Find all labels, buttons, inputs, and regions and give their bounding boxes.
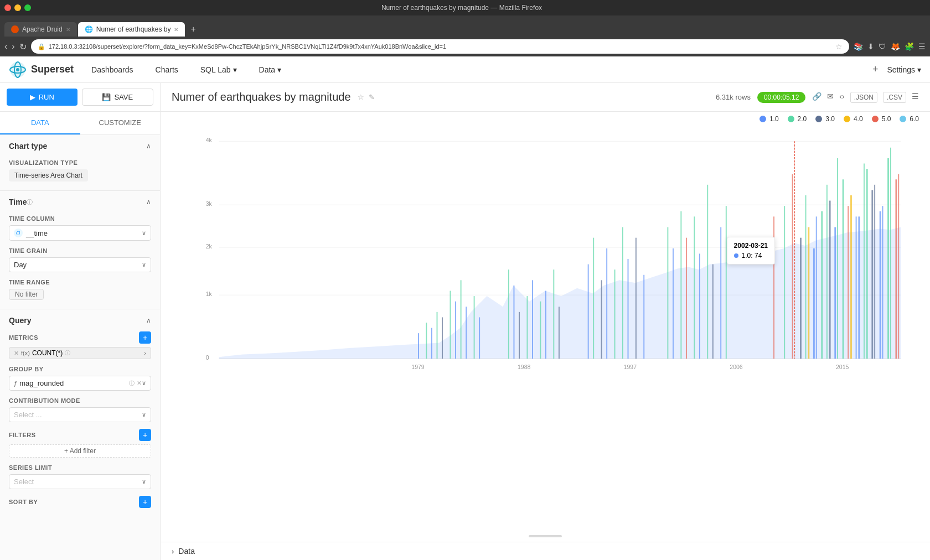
nav-charts[interactable]: Charts [151, 63, 183, 76]
nav-dashboards[interactable]: Dashboards [87, 63, 138, 76]
csv-download-icon[interactable]: .CSV [883, 92, 906, 103]
time-range-value[interactable]: No filter [9, 289, 44, 300]
code-icon[interactable]: ‹› [839, 92, 844, 103]
svg-rect-24 [474, 296, 475, 359]
svg-rect-25 [479, 317, 480, 359]
svg-rect-75 [850, 195, 852, 359]
nav-sqllab[interactable]: SQL Lab▾ [196, 63, 241, 76]
chart-title: Numer of earthquakes by magnitude [172, 91, 351, 103]
time-section-header[interactable]: Time ⓘ ∧ [9, 198, 151, 206]
viz-type-label: VISUALIZATION TYPE [9, 159, 151, 166]
svg-rect-18 [437, 312, 438, 359]
svg-rect-72 [829, 201, 831, 359]
svg-rect-31 [540, 302, 541, 359]
bookmark-icon[interactable]: ☆ [835, 42, 843, 51]
data-section[interactable]: › Data [161, 542, 930, 560]
tab-earthquakes[interactable]: 🌐 Numer of earthquakes by ✕ [78, 22, 185, 37]
metric-value: COUNT(*) [32, 349, 63, 357]
add-sort-button[interactable]: + [139, 496, 151, 508]
svg-rect-37 [601, 280, 602, 359]
svg-rect-70 [813, 248, 815, 359]
group-by-select[interactable]: ƒ mag_rounded ⓘ ✕ ∨ [9, 376, 151, 391]
legend-label-50: 5.0 [882, 115, 891, 123]
chart-type-section-header[interactable]: Chart type ∧ [9, 142, 151, 151]
extension2-icon[interactable]: 🧩 [905, 42, 914, 51]
metric-tag[interactable]: ✕ f(x) COUNT(*) ⓘ › [9, 347, 151, 359]
svg-rect-49 [699, 253, 700, 359]
add-filter-row[interactable]: + Add filter [9, 444, 151, 458]
extension1-icon[interactable]: 🦊 [891, 42, 900, 51]
rows-badge: 6.31k rows [716, 93, 751, 101]
save-icon: 💾 [102, 93, 111, 101]
forward-button[interactable]: › [12, 42, 14, 51]
settings-button[interactable]: Settings ▾ [887, 65, 921, 74]
download-icon[interactable]: ⬇ [867, 42, 874, 51]
more-options-icon[interactable]: ☰ [912, 92, 919, 103]
reload-button[interactable]: ↻ [19, 42, 27, 52]
tab-data[interactable]: DATA [0, 112, 80, 134]
metric-info-icon[interactable]: ⓘ [65, 349, 70, 357]
legend-item-50[interactable]: 5.0 [872, 115, 891, 123]
add-metric-button[interactable]: + [139, 331, 151, 344]
nav-data[interactable]: Data▾ [255, 63, 286, 76]
remove-group-icon[interactable]: ✕ [137, 380, 142, 387]
shield-icon[interactable]: 🛡 [879, 42, 886, 51]
time-info-icon[interactable]: ⓘ [27, 198, 33, 206]
mail-icon[interactable]: ✉ [827, 92, 834, 103]
tab-close-earthquakes[interactable]: ✕ [174, 27, 178, 33]
svg-rect-56 [792, 174, 793, 359]
add-tab-button[interactable]: + [186, 22, 200, 37]
time-column-label: TIME COLUMN [9, 215, 151, 222]
json-download-icon[interactable]: .JSON [850, 92, 877, 103]
tab-label-druid: Apache Druid [22, 25, 63, 33]
back-button[interactable]: ‹ [4, 42, 7, 51]
svg-rect-45 [673, 248, 674, 359]
tab-customize[interactable]: CUSTOMIZE [80, 112, 161, 134]
svg-rect-61 [848, 206, 849, 359]
svg-rect-55 [784, 206, 785, 359]
legend-item-20[interactable]: 2.0 [788, 115, 807, 123]
svg-text:2015: 2015 [836, 364, 849, 370]
menu-icon[interactable]: ☰ [918, 42, 926, 51]
run-button[interactable]: ▶ RUN [7, 89, 78, 106]
svg-rect-36 [593, 238, 594, 359]
tab-close-druid[interactable]: ✕ [66, 27, 70, 33]
query-section-header[interactable]: Query ∧ [9, 316, 151, 325]
time-grain-select[interactable]: Day ∨ [9, 257, 151, 272]
save-button[interactable]: 💾 SAVE [82, 89, 154, 106]
svg-rect-57 [805, 195, 807, 359]
bookmark-toolbar-icon[interactable]: 📚 [854, 42, 863, 51]
edit-icon[interactable]: ✎ [369, 93, 375, 101]
legend-item-30[interactable]: 3.0 [815, 115, 835, 123]
legend-item-10[interactable]: 1.0 [760, 115, 779, 123]
series-limit-chevron-icon: ∨ [142, 478, 146, 485]
favorite-icon[interactable]: ☆ [358, 93, 364, 101]
data-section-title: Data [178, 547, 195, 556]
query-chevron-icon: ∧ [146, 317, 151, 324]
link-icon[interactable]: 🔗 [812, 92, 822, 103]
legend-item-40[interactable]: 4.0 [844, 115, 863, 123]
add-filter-button[interactable]: + [139, 429, 151, 441]
time-grain-chevron-icon: ∨ [142, 261, 146, 268]
time-column-select[interactable]: ⏱ __time ∨ [9, 225, 151, 241]
scroll-handle[interactable] [529, 535, 562, 537]
legend-item-60[interactable]: 6.0 [900, 115, 919, 123]
contribution-select[interactable]: Select ... ∨ [9, 407, 151, 422]
series-limit-label: SERIES LIMIT [9, 464, 151, 471]
tab-label-earthquakes: Numer of earthquakes by [96, 25, 171, 33]
svg-rect-27 [514, 286, 515, 359]
series-limit-select[interactable]: Select ∨ [9, 474, 151, 489]
metric-arrow-icon[interactable]: › [144, 350, 146, 356]
svg-rect-39 [614, 269, 616, 359]
viz-type-selector[interactable]: Time-series Area Chart [9, 169, 88, 182]
svg-rect-74 [843, 179, 844, 359]
add-content-button[interactable]: + [872, 64, 879, 75]
group-by-chevron-icon: ∨ [142, 380, 146, 387]
svg-rect-62 [856, 216, 857, 359]
svg-rect-32 [545, 291, 546, 359]
remove-metric-icon[interactable]: ✕ [14, 350, 19, 357]
svg-rect-30 [532, 280, 533, 359]
tab-apache-druid[interactable]: Apache Druid ✕ [4, 22, 77, 37]
group-by-info-icon[interactable]: ⓘ [129, 380, 135, 387]
svg-rect-23 [466, 307, 467, 359]
